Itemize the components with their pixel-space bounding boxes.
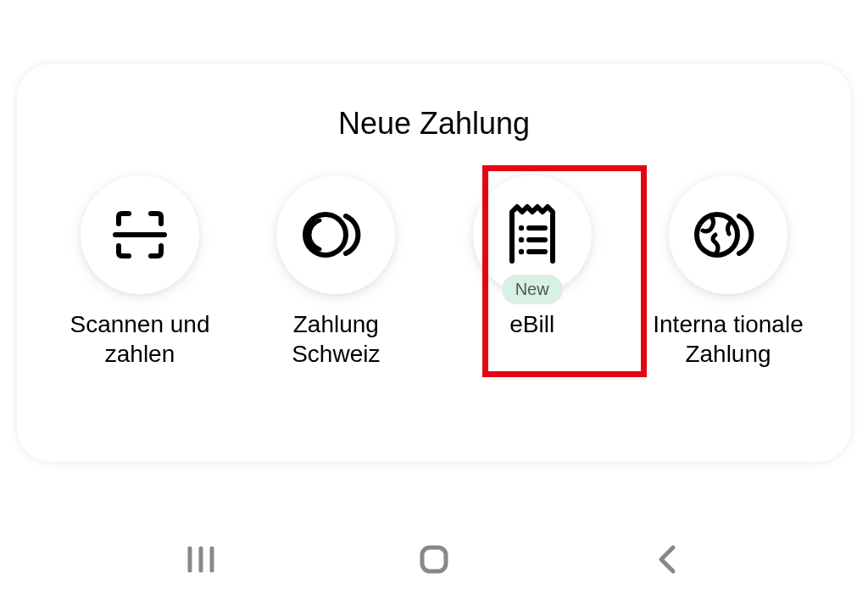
receipt-icon-circle: New	[473, 175, 592, 294]
new-payment-card: Neue Zahlung Scannen und zahlen	[17, 64, 851, 462]
coins-icon-circle	[276, 175, 395, 294]
home-button[interactable]	[409, 534, 459, 585]
svg-point-2	[518, 225, 523, 231]
scan-and-pay-option[interactable]: Scannen und zahlen	[51, 175, 229, 369]
payment-switzerland-option[interactable]: Zahlung Schweiz	[247, 175, 425, 369]
payment-ch-label: Zahlung Schweiz	[251, 309, 420, 369]
svg-point-6	[518, 249, 523, 254]
home-icon	[417, 542, 451, 576]
receipt-icon	[501, 200, 564, 270]
ebill-label: eBill	[509, 309, 554, 339]
scan-label: Scannen und zahlen	[55, 309, 225, 369]
back-icon	[654, 542, 680, 576]
new-badge: New	[502, 275, 563, 304]
back-button[interactable]	[642, 534, 693, 585]
globe-coins-icon-circle	[669, 175, 787, 294]
recents-icon	[185, 545, 217, 574]
android-nav-bar	[0, 534, 868, 585]
globe-coins-icon	[690, 205, 766, 264]
international-payment-option[interactable]: Interna tionale Zahlung	[639, 175, 817, 369]
svg-rect-12	[422, 548, 446, 571]
coins-icon	[300, 205, 371, 264]
recents-button[interactable]	[175, 534, 226, 585]
intl-payment-label: Interna tionale Zahlung	[643, 309, 813, 369]
scan-icon-circle	[81, 175, 199, 294]
scan-icon	[107, 202, 173, 268]
payment-options-row: Scannen und zahlen Zahlung Schweiz	[42, 175, 826, 369]
svg-point-4	[518, 237, 523, 242]
ebill-option[interactable]: New eBill	[443, 175, 621, 339]
card-title: Neue Zahlung	[42, 106, 826, 142]
